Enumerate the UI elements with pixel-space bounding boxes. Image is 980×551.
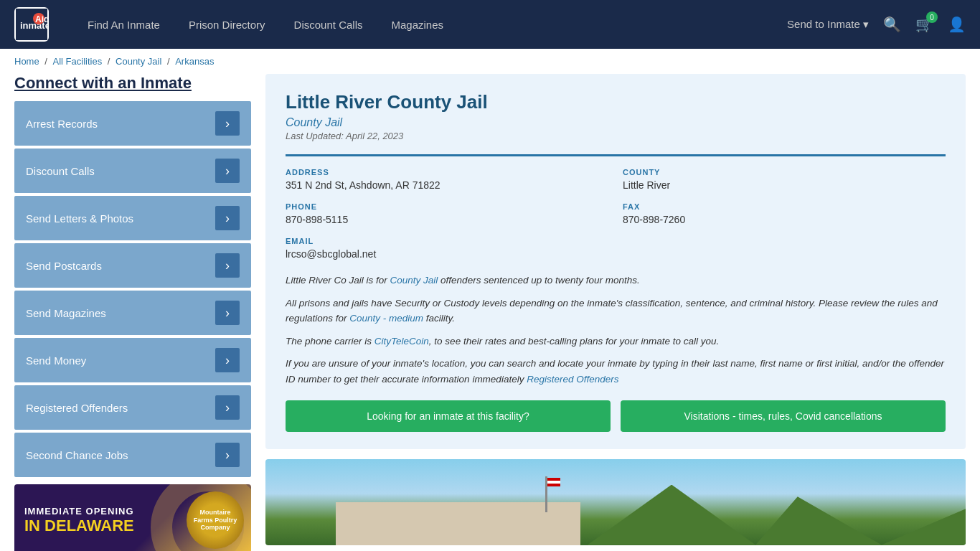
address-block: ADDRESS 351 N 2nd St, Ashdown, AR 71822 (286, 168, 608, 191)
nav-find-inmate[interactable]: Find An Inmate (88, 19, 160, 31)
logo[interactable]: inmate Aid (14, 7, 52, 42)
send-to-inmate-button[interactable]: Send to Inmate ▾ (787, 18, 869, 31)
action-buttons: Looking for an inmate at this facility? … (286, 400, 946, 432)
email-label: EMAIL (286, 237, 608, 245)
chevron-right-icon: › (215, 301, 240, 325)
facility-name: Little River County Jail (286, 91, 946, 113)
facility-desc3: The phone carrier is CityTeleCoin, to se… (286, 334, 946, 349)
county-jail-link[interactable]: County Jail (390, 275, 438, 286)
ad-logo: Mountaire Farms Poultry Company (187, 491, 244, 549)
chevron-right-icon: › (215, 253, 240, 278)
facility-content: Little River County Jail County Jail Las… (265, 74, 966, 551)
chevron-right-icon: › (215, 348, 240, 372)
breadcrumb-all-facilities[interactable]: All Facilities (53, 56, 103, 67)
sidebar-item-label: Send Letters & Photos (26, 212, 133, 225)
photo-building (336, 502, 581, 545)
sidebar-item-send-letters[interactable]: Send Letters & Photos › (14, 196, 251, 240)
sidebar: Connect with an Inmate Arrest Records › … (14, 74, 251, 551)
ad-immediate-text: IMMEDIATE OPENING (24, 506, 134, 517)
nav-magazines[interactable]: Magazines (391, 19, 443, 31)
breadcrumb-sep2: / (108, 56, 113, 67)
county-label: COUNTY (623, 168, 946, 176)
address-label: ADDRESS (286, 168, 608, 176)
facility-photo (265, 459, 966, 545)
sidebar-item-label: Send Postcards (26, 260, 102, 272)
county-medium-link[interactable]: County - medium (349, 313, 423, 324)
facility-last-updated: Last Updated: April 22, 2023 (286, 131, 946, 141)
sidebar-item-label: Send Money (26, 354, 86, 367)
fax-label: FAX (623, 202, 946, 211)
chevron-right-icon: › (215, 159, 240, 183)
sidebar-item-second-chance-jobs[interactable]: Second Chance Jobs › (14, 433, 251, 477)
chevron-right-icon: › (215, 111, 240, 136)
nav-right: Send to Inmate ▾ 🔍 🛒 0 👤 (787, 16, 966, 33)
nav-prison-directory[interactable]: Prison Directory (189, 19, 265, 31)
logo-icon: inmate Aid (14, 7, 49, 42)
phone-label: PHONE (286, 202, 608, 211)
phone-block: PHONE 870-898-5115 (286, 202, 608, 225)
main-layout: Connect with an Inmate Arrest Records › … (0, 74, 980, 551)
nav-links: Find An Inmate Prison Directory Discount… (88, 19, 765, 31)
ad-banner[interactable]: IMMEDIATE OPENING IN DELAWARE Mountaire … (14, 484, 251, 551)
photo-trees (545, 485, 966, 545)
breadcrumb-sep1: / (44, 56, 50, 67)
looking-for-inmate-button[interactable]: Looking for an inmate at this facility? (286, 400, 611, 432)
sidebar-item-label: Second Chance Jobs (26, 449, 128, 461)
facility-desc1: Little River Co Jail is for County Jail … (286, 273, 946, 288)
sidebar-item-discount-calls[interactable]: Discount Calls › (14, 149, 251, 193)
fax-block: FAX 870-898-7260 (623, 202, 946, 225)
breadcrumb-home[interactable]: Home (14, 56, 39, 67)
ad-state-text: IN DELAWARE (24, 517, 134, 535)
county-value: Little River (623, 179, 946, 191)
user-account-button[interactable]: 👤 (948, 16, 966, 33)
breadcrumb: Home / All Facilities / County Jail / Ar… (0, 49, 980, 74)
breadcrumb-arkansas[interactable]: Arkansas (175, 56, 214, 67)
sidebar-item-label: Discount Calls (26, 165, 95, 177)
navbar: inmate Aid Find An Inmate Prison Directo… (0, 0, 980, 49)
sidebar-item-label: Arrest Records (26, 118, 98, 130)
sidebar-item-registered-offenders[interactable]: Registered Offenders › (14, 385, 251, 430)
svg-text:Aid: Aid (35, 14, 47, 24)
facility-desc2: All prisons and jails have Security or C… (286, 296, 946, 326)
facility-desc4: If you are unsure of your inmate's locat… (286, 356, 946, 387)
chevron-right-icon: › (215, 395, 240, 420)
sidebar-item-label: Send Magazines (26, 307, 106, 319)
sidebar-item-send-postcards[interactable]: Send Postcards › (14, 243, 251, 288)
sidebar-item-label: Registered Offenders (26, 402, 128, 414)
search-button[interactable]: 🔍 (883, 16, 901, 33)
sidebar-item-send-money[interactable]: Send Money › (14, 338, 251, 382)
facility-info-grid: ADDRESS 351 N 2nd St, Ashdown, AR 71822 … (286, 154, 946, 260)
chevron-right-icon: › (215, 206, 240, 230)
facility-type: County Jail (286, 116, 946, 129)
sidebar-item-send-magazines[interactable]: Send Magazines › (14, 291, 251, 335)
cart-button[interactable]: 🛒 0 (915, 16, 933, 33)
facility-card: Little River County Jail County Jail Las… (265, 74, 966, 449)
chevron-right-icon: › (215, 443, 240, 467)
breadcrumb-sep3: / (167, 56, 172, 67)
sidebar-menu: Arrest Records › Discount Calls › Send L… (14, 101, 251, 477)
breadcrumb-county-jail[interactable]: County Jail (116, 56, 161, 67)
ad-text: IMMEDIATE OPENING IN DELAWARE (24, 506, 134, 535)
photo-flag (545, 476, 547, 512)
nav-discount-calls[interactable]: Discount Calls (294, 19, 363, 31)
county-block: COUNTY Little River (623, 168, 946, 191)
cart-badge: 0 (926, 11, 938, 23)
phone-value: 870-898-5115 (286, 214, 608, 225)
citytelecoin-link[interactable]: CityTeleCoin (374, 336, 429, 347)
email-value: lrcso@sbcglobal.net (286, 248, 608, 260)
fax-value: 870-898-7260 (623, 214, 946, 225)
sidebar-title: Connect with an Inmate (14, 74, 251, 93)
address-value: 351 N 2nd St, Ashdown, AR 71822 (286, 179, 608, 191)
email-block: EMAIL lrcso@sbcglobal.net (286, 237, 608, 260)
visitations-button[interactable]: Visitations - times, rules, Covid cancel… (621, 400, 946, 432)
sidebar-item-arrest-records[interactable]: Arrest Records › (14, 101, 251, 146)
registered-offenders-link[interactable]: Registered Offenders (527, 374, 618, 385)
